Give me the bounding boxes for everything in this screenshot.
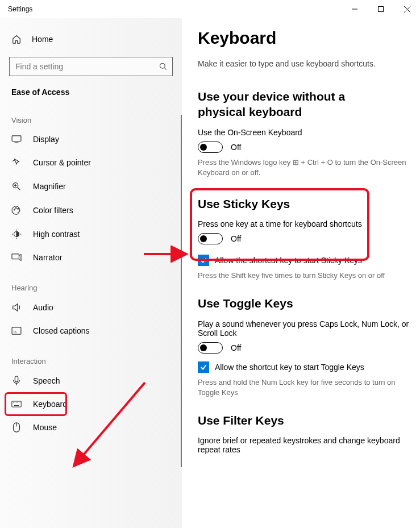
section-sticky-keys: Use Sticky Keys Press one key at a time … <box>198 193 420 281</box>
checkbox-label: Allow the shortcut key to start Sticky K… <box>215 256 362 265</box>
svg-rect-1 <box>379 7 384 12</box>
palette-icon <box>11 205 22 215</box>
helper-text: Press and hold the Num Lock key for five… <box>198 377 414 398</box>
sidebar-item-label: Display <box>33 135 59 144</box>
toggle-label: Use the On-Screen Keyboard <box>198 128 414 137</box>
onscreen-keyboard-toggle[interactable] <box>198 142 223 153</box>
group-label-vision: Vision <box>0 101 182 128</box>
sidebar-item-colorfilters[interactable]: Color filters <box>0 198 182 222</box>
sidebar-item-label: Closed captions <box>33 326 90 335</box>
sidebar-item-display[interactable]: Display <box>0 128 182 151</box>
page-title: Keyboard <box>198 28 420 48</box>
svg-line-9 <box>18 188 20 190</box>
sidebar-item-label: Speech <box>33 376 60 385</box>
window-controls <box>342 0 420 18</box>
svg-rect-23 <box>15 376 18 382</box>
svg-rect-25 <box>12 401 21 407</box>
sidebar: Home Ease of Access Vision Display Curso… <box>0 18 182 528</box>
toggle-keys-shortcut-checkbox[interactable] <box>198 361 209 373</box>
sidebar-item-magnifier[interactable]: Magnifier <box>0 174 182 198</box>
search-input[interactable] <box>15 62 159 71</box>
sidebar-item-keyboard[interactable]: Keyboard <box>0 393 182 415</box>
sidebar-item-audio[interactable]: Audio <box>0 296 182 319</box>
section-heading: Use Filter Keys <box>198 413 420 428</box>
helper-text: Press the Shift key five times to turn S… <box>198 271 414 281</box>
sidebar-item-label: Mouse <box>33 423 57 432</box>
sticky-keys-toggle[interactable] <box>198 233 223 244</box>
minimize-button[interactable] <box>342 0 368 18</box>
checkbox-label: Allow the shortcut key to start Toggle K… <box>215 363 364 372</box>
section-heading: Use Sticky Keys <box>198 196 420 211</box>
sidebar-item-label: Magnifier <box>33 182 66 191</box>
svg-text:cc: cc <box>14 329 17 333</box>
sidebar-item-label: Cursor & pointer <box>33 158 91 167</box>
narrator-icon <box>11 253 22 262</box>
toggle-label: Play a sound whenever you press Caps Loc… <box>198 319 414 338</box>
svg-point-13 <box>15 207 16 209</box>
display-icon <box>11 135 22 143</box>
svg-rect-6 <box>12 136 21 142</box>
toggle-state: Off <box>231 234 241 243</box>
main-content: Keyboard Make it easier to type and use … <box>182 18 420 528</box>
svg-point-14 <box>18 208 19 209</box>
toggle-state: Off <box>231 343 241 352</box>
section-heading: Use your device without a physical keybo… <box>198 89 391 120</box>
sidebar-item-closedcaptions[interactable]: cc Closed captions <box>0 319 182 342</box>
group-label-hearing: Hearing <box>0 269 182 296</box>
toggle-label: Ignore brief or repeated keystrokes and … <box>198 436 414 454</box>
toggle-keys-toggle[interactable] <box>198 342 223 354</box>
magnifier-icon <box>11 181 22 192</box>
nav-home-label: Home <box>32 35 53 44</box>
sidebar-item-narrator[interactable]: Narrator <box>0 246 182 269</box>
section-heading: Use Toggle Keys <box>198 296 420 311</box>
contrast-icon <box>11 229 22 239</box>
mouse-icon <box>11 422 22 433</box>
section-filter-keys: Use Filter Keys Ignore brief or repeated… <box>198 413 420 454</box>
svg-point-12 <box>14 209 15 210</box>
sidebar-item-label: Color filters <box>33 206 73 215</box>
sidebar-item-label: Keyboard <box>33 400 67 409</box>
section-toggle-keys: Use Toggle Keys Play a sound whenever yo… <box>198 296 420 398</box>
cursor-icon <box>11 157 22 168</box>
svg-line-5 <box>164 68 166 69</box>
mic-icon <box>11 376 22 386</box>
page-subtitle: Make it easier to type and use keyboard … <box>198 59 420 68</box>
toggle-state: Off <box>231 143 241 152</box>
sticky-keys-shortcut-checkbox[interactable] <box>198 255 209 266</box>
home-icon <box>11 34 22 44</box>
sidebar-item-mouse[interactable]: Mouse <box>0 415 182 439</box>
sidebar-item-cursor[interactable]: Cursor & pointer <box>0 151 182 174</box>
cc-icon: cc <box>11 327 22 335</box>
keyboard-icon <box>11 400 22 408</box>
sidebar-category: Ease of Access <box>0 76 182 101</box>
maximize-button[interactable] <box>368 0 394 18</box>
toggle-label: Press one key at a time for keyboard sho… <box>198 219 414 228</box>
search-box[interactable] <box>9 57 173 76</box>
search-icon <box>159 62 168 71</box>
sidebar-item-speech[interactable]: Speech <box>0 369 182 393</box>
close-button[interactable] <box>394 0 420 18</box>
window-title: Settings <box>8 5 32 13</box>
group-label-interaction: Interaction <box>0 342 182 369</box>
svg-rect-20 <box>12 254 19 259</box>
titlebar: Settings <box>0 0 420 18</box>
section-onscreen-keyboard: Use your device without a physical keybo… <box>198 89 420 178</box>
nav-home[interactable]: Home <box>0 28 182 50</box>
helper-text: Press the Windows logo key ⊞ + Ctrl + O … <box>198 157 414 178</box>
sidebar-item-label: Narrator <box>33 253 62 262</box>
sidebar-item-label: Audio <box>33 303 53 312</box>
scrollbar-track[interactable] <box>181 115 182 467</box>
svg-point-4 <box>160 63 165 68</box>
sidebar-item-label: High contrast <box>33 230 80 239</box>
audio-icon <box>11 302 22 313</box>
sidebar-item-highcontrast[interactable]: High contrast <box>0 222 182 246</box>
